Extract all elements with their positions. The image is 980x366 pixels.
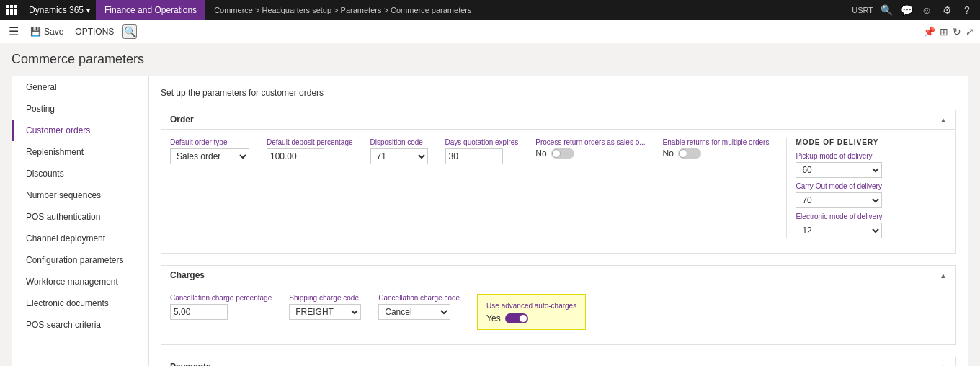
order-section-title: Order bbox=[170, 115, 194, 125]
sidebar-item-pos-authentication[interactable]: POS authentication bbox=[12, 206, 148, 228]
sidebar-item-posting[interactable]: Posting bbox=[12, 98, 148, 120]
content-intro: Set up the parameters for customer order… bbox=[161, 88, 956, 98]
order-form-row-1: Default order type Sales order Quote Def… bbox=[170, 138, 947, 238]
use-advanced-highlight-box: Use advanced auto-charges Yes bbox=[477, 294, 586, 330]
payments-chevron-icon: ▲ bbox=[940, 363, 947, 367]
sidebar: General Posting Customer orders Replenis… bbox=[12, 76, 149, 366]
order-chevron-icon: ▲ bbox=[940, 116, 947, 124]
save-button[interactable]: 💾 Save bbox=[27, 25, 66, 38]
svg-rect-7 bbox=[10, 12, 13, 15]
electronic-mode-label: Electronic mode of delivery bbox=[796, 213, 916, 220]
chat-icon[interactable]: 💬 bbox=[899, 3, 914, 17]
svg-rect-4 bbox=[10, 9, 13, 12]
disposition-code-label: Disposition code bbox=[370, 138, 428, 146]
sidebar-item-replenishment[interactable]: Replenishment bbox=[12, 141, 148, 163]
svg-rect-3 bbox=[6, 9, 9, 12]
cancellation-charge-code-label: Cancellation charge code bbox=[378, 294, 460, 302]
pickup-mode-select[interactable]: 60 bbox=[796, 162, 882, 178]
default-order-type-label: Default order type bbox=[170, 138, 249, 146]
default-deposit-pct-input[interactable] bbox=[267, 148, 324, 164]
refresh-icon[interactable]: ↻ bbox=[953, 26, 961, 37]
carry-out-mode-field: Carry Out mode of delivery 70 bbox=[796, 182, 916, 208]
cancellation-charge-code-select[interactable]: Cancel bbox=[378, 304, 450, 320]
cancellation-charge-pct-field: Cancellation charge percentage bbox=[170, 294, 272, 330]
electronic-mode-field: Electronic mode of delivery 12 bbox=[796, 213, 916, 238]
sidebar-item-pos-search-criteria[interactable]: POS search criteria bbox=[12, 314, 148, 336]
mode-delivery-title: MODE OF DELIVERY bbox=[796, 138, 916, 146]
charges-chevron-icon: ▲ bbox=[940, 272, 947, 280]
process-return-field: Process return orders as sales o... No bbox=[535, 138, 645, 238]
search-icon[interactable]: 🔍 bbox=[879, 3, 894, 17]
enable-returns-toggle[interactable] bbox=[678, 148, 701, 159]
breadcrumb: Commerce > Headquarters setup > Paramete… bbox=[205, 6, 852, 14]
electronic-mode-select[interactable]: 12 bbox=[796, 223, 882, 238]
sidebar-item-number-sequences[interactable]: Number sequences bbox=[12, 184, 148, 206]
pickup-mode-label: Pickup mode of delivery bbox=[796, 152, 916, 160]
help-icon[interactable]: ? bbox=[960, 3, 974, 17]
default-deposit-pct-label: Default deposit percentage bbox=[267, 138, 353, 146]
sidebar-item-general[interactable]: General bbox=[12, 76, 148, 98]
disposition-code-field: Disposition code 71 bbox=[370, 138, 428, 238]
sidebar-item-workforce-management[interactable]: Workforce management bbox=[12, 271, 148, 293]
cancellation-charge-code-field: Cancellation charge code Cancel bbox=[378, 294, 460, 330]
shipping-charge-code-field: Shipping charge code FREIGHT bbox=[289, 294, 361, 330]
days-quotation-input[interactable] bbox=[445, 148, 503, 164]
d365-menu-button[interactable]: Dynamics 365 ▾ bbox=[23, 0, 96, 20]
use-advanced-value: Yes bbox=[486, 313, 501, 323]
shipping-charge-code-label: Shipping charge code bbox=[289, 294, 361, 302]
svg-rect-0 bbox=[6, 5, 9, 8]
days-quotation-field: Days quotation expires bbox=[445, 138, 519, 238]
process-return-toggle[interactable] bbox=[551, 148, 574, 159]
page-container: Commerce parameters General Posting Cust… bbox=[0, 43, 980, 366]
days-quotation-label: Days quotation expires bbox=[445, 138, 519, 146]
order-section-body: Default order type Sales order Quote Def… bbox=[161, 130, 956, 253]
toolbar: ☰ 💾 Save OPTIONS 🔍 📌 ⊞ ↻ ⤢ bbox=[0, 20, 980, 43]
carry-out-mode-select[interactable]: 70 bbox=[796, 192, 882, 208]
process-return-toggle-wrapper: No bbox=[535, 148, 645, 159]
charges-section-body: Cancellation charge percentage Shipping … bbox=[161, 285, 956, 344]
cancellation-charge-pct-input[interactable] bbox=[170, 304, 228, 320]
default-order-type-select[interactable]: Sales order Quote bbox=[170, 148, 249, 164]
maximize-icon[interactable]: ⤢ bbox=[966, 26, 974, 37]
nav-right: USRT 🔍 💬 ☺ ⚙ ? bbox=[852, 3, 980, 17]
top-nav: Dynamics 365 ▾ Finance and Operations Co… bbox=[0, 0, 980, 20]
sidebar-item-channel-deployment[interactable]: Channel deployment bbox=[12, 228, 148, 249]
user-label: USRT bbox=[852, 6, 873, 14]
options-button[interactable]: OPTIONS bbox=[72, 25, 117, 38]
order-section: Order ▲ Default order type Sales order Q… bbox=[161, 110, 956, 254]
svg-rect-8 bbox=[14, 12, 17, 15]
default-deposit-pct-field: Default deposit percentage bbox=[267, 138, 353, 238]
disposition-code-select[interactable]: 71 bbox=[370, 148, 428, 164]
payments-section-title: Payments bbox=[170, 362, 211, 366]
shipping-charge-code-select[interactable]: FREIGHT bbox=[289, 304, 361, 320]
use-advanced-label: Use advanced auto-charges bbox=[486, 302, 576, 310]
svg-rect-2 bbox=[14, 5, 17, 8]
sidebar-item-electronic-documents[interactable]: Electronic documents bbox=[12, 293, 148, 314]
order-section-header[interactable]: Order ▲ bbox=[161, 110, 956, 130]
apps-grid-button[interactable] bbox=[0, 0, 23, 20]
sidebar-item-customer-orders[interactable]: Customer orders bbox=[12, 120, 148, 141]
d365-label: Dynamics 365 bbox=[29, 5, 84, 15]
use-advanced-toggle[interactable] bbox=[505, 313, 528, 323]
module-label: Finance and Operations bbox=[96, 0, 205, 20]
enable-returns-toggle-wrapper: No bbox=[663, 148, 770, 159]
hamburger-button[interactable]: ☰ bbox=[6, 23, 22, 40]
toolbar-search-button[interactable]: 🔍 bbox=[122, 24, 137, 39]
office-icon[interactable]: ⊞ bbox=[940, 26, 948, 37]
svg-rect-5 bbox=[14, 9, 17, 12]
payments-section-header[interactable]: Payments ▲ bbox=[161, 357, 956, 366]
enable-returns-value: No bbox=[663, 148, 674, 159]
toolbar-right: 📌 ⊞ ↻ ⤢ bbox=[923, 26, 974, 37]
enable-returns-field: Enable returns for multiple orders No bbox=[663, 138, 770, 238]
svg-rect-1 bbox=[10, 5, 13, 8]
charges-section-header[interactable]: Charges ▲ bbox=[161, 266, 956, 285]
sidebar-item-configuration-parameters[interactable]: Configuration parameters bbox=[12, 249, 148, 271]
charges-section-title: Charges bbox=[170, 270, 205, 280]
mode-of-delivery-section: MODE OF DELIVERY Pickup mode of delivery… bbox=[786, 138, 916, 238]
default-order-type-field: Default order type Sales order Quote bbox=[170, 138, 249, 238]
payments-section: Payments ▲ Terms of payment CreditCard bbox=[161, 357, 956, 366]
sidebar-item-discounts[interactable]: Discounts bbox=[12, 163, 148, 184]
pin-icon[interactable]: 📌 bbox=[923, 26, 935, 37]
smiley-icon[interactable]: ☺ bbox=[919, 3, 934, 17]
settings-icon[interactable]: ⚙ bbox=[940, 3, 954, 17]
